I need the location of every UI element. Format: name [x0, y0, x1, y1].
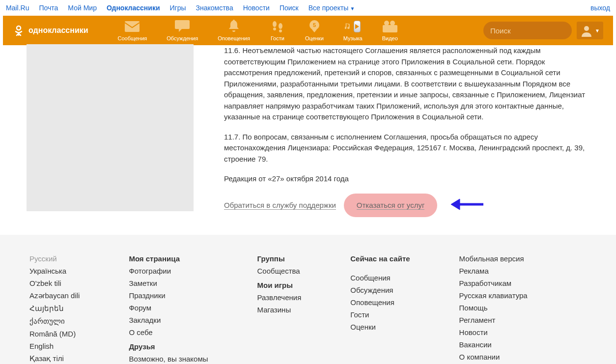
footer-link[interactable]: Вакансии: [459, 340, 528, 349]
footer-link[interactable]: Форум: [129, 304, 208, 312]
nav-discussions[interactable]: Обсуждения: [167, 20, 198, 41]
footer-col-mypage: Моя страница Фотографии Заметки Праздник…: [129, 254, 208, 363]
lang-uzbek[interactable]: O'zbek tili: [29, 279, 80, 287]
footer-link[interactable]: Праздники: [129, 291, 208, 300]
lang-georgian[interactable]: ქართული: [29, 317, 80, 326]
svg-rect-10: [383, 25, 397, 32]
ok-logo-icon: [13, 25, 25, 36]
logo[interactable]: одноклассники: [13, 25, 88, 36]
topbar-link-mailru[interactable]: Mail.Ru: [6, 4, 29, 12]
footer-link[interactable]: Магазины: [257, 306, 302, 314]
svg-rect-1: [125, 21, 140, 32]
envelope-icon: [124, 20, 140, 33]
footer-link[interactable]: Развлечения: [257, 293, 302, 302]
topbar-link-ok[interactable]: Одноклассники: [107, 4, 160, 12]
nav-label: Музыка: [343, 35, 363, 41]
nav-ratings[interactable]: 5 Оценки: [305, 20, 324, 41]
lang-azerbaijani[interactable]: Azərbaycan dili: [29, 291, 80, 300]
nav-label: Оповещения: [218, 35, 250, 41]
video-icon: [382, 20, 398, 33]
footer-link[interactable]: Регламент: [459, 316, 528, 324]
footer-link[interactable]: Новости: [459, 328, 528, 336]
search-box[interactable]: [483, 22, 572, 39]
topbar-link-games[interactable]: Игры: [170, 4, 186, 12]
footer-col-groups: Группы Сообщества Мои игры Развлечения М…: [257, 254, 302, 363]
header-right: ▼: [483, 22, 603, 39]
footer-link[interactable]: Гости: [350, 310, 410, 319]
agreement-revision-date: Редакция от «27» октября 2014 года: [224, 173, 593, 185]
arrow-left-icon: [450, 197, 484, 213]
topbar-link-mymir[interactable]: Мой Мир: [68, 4, 97, 12]
svg-point-9: [390, 21, 395, 26]
footer-link[interactable]: Помощь: [459, 304, 528, 312]
lang-kazakh[interactable]: Қазақ тілі: [29, 354, 80, 363]
nav-icons: Сообщения Обсуждения Оповещения Гости 5 …: [118, 20, 398, 41]
agreement-para-11-7: 11.7. По вопросам, связанным с исполнени…: [224, 132, 593, 165]
lang-armenian[interactable]: Հայերեն: [29, 304, 80, 313]
music-icon: [345, 20, 361, 33]
topbar-link-news[interactable]: Новости: [243, 4, 270, 12]
rating-icon: 5: [307, 20, 322, 33]
nav-label: Гости: [271, 35, 284, 41]
lang-russian[interactable]: Русский: [29, 254, 80, 263]
footer-col-now-online: Сейчас на сайте Сообщения Обсуждения Опо…: [350, 254, 410, 363]
footer-col-languages: Русский Українська O'zbek tili Azərbayca…: [29, 254, 80, 363]
svg-point-8: [384, 21, 389, 26]
play-icon: [354, 21, 361, 32]
lang-romanian[interactable]: Română (MD): [29, 330, 80, 338]
svg-text:5: 5: [313, 22, 316, 28]
nav-messages[interactable]: Сообщения: [118, 20, 147, 41]
nav-label: Сообщения: [118, 35, 147, 41]
svg-point-4: [279, 23, 282, 29]
sidebar-left: [3, 44, 209, 217]
speech-bubble-icon: [174, 20, 190, 33]
footer-link[interactable]: Сообщения: [350, 274, 410, 282]
nav-label: Обсуждения: [167, 35, 198, 41]
footer-heading: Группы: [257, 254, 302, 263]
topbar: Mail.Ru Почта Мой Мир Одноклассники Игры…: [0, 0, 616, 16]
nav-video[interactable]: Видео: [382, 20, 398, 41]
chevron-down-icon: ▼: [350, 6, 355, 11]
footer-link[interactable]: Заметки: [129, 279, 208, 287]
footer-link[interactable]: Разработчикам: [459, 279, 528, 287]
footer-heading: Друзья: [129, 342, 208, 351]
topbar-link-allprojects[interactable]: Все проекты▼: [308, 4, 355, 12]
footer: Русский Українська O'zbek tili Azərbayca…: [0, 235, 616, 364]
topbar-right: выход: [590, 4, 610, 12]
topbar-link-dating[interactable]: Знакомства: [196, 4, 233, 12]
footer-link[interactable]: Оценки: [350, 323, 410, 331]
refuse-link[interactable]: Отказаться от услуг: [357, 201, 425, 210]
support-link[interactable]: Обратиться в службу поддержки: [224, 201, 336, 210]
header: одноклассники Сообщения Обсуждения Опове…: [3, 16, 613, 45]
footer-link[interactable]: О компании: [459, 353, 528, 361]
logout-link[interactable]: выход: [590, 4, 610, 12]
footer-heading: Мои игры: [257, 281, 302, 289]
main: 11.6. Неотъемлемой частью настоящего Сог…: [3, 45, 613, 217]
footer-link[interactable]: Реклама: [459, 267, 528, 275]
footer-link[interactable]: Оповещения: [350, 298, 410, 307]
nav-notifications[interactable]: Оповещения: [218, 20, 250, 41]
lang-english[interactable]: English: [29, 342, 80, 350]
placeholder-block: [27, 44, 194, 211]
topbar-link-search[interactable]: Поиск: [280, 4, 299, 12]
footer-link[interactable]: Фотографии: [129, 267, 208, 275]
topbar-link-mail[interactable]: Почта: [39, 4, 58, 12]
nav-music[interactable]: Музыка: [343, 20, 363, 41]
footer-link[interactable]: Мобильная версия: [459, 254, 528, 263]
footer-link[interactable]: Сообщества: [257, 267, 302, 275]
avatar-icon: [580, 24, 593, 37]
nav-guests[interactable]: Гости: [270, 20, 285, 41]
footer-link[interactable]: Возможно, вы знакомы: [129, 355, 208, 363]
avatar-menu[interactable]: ▼: [577, 22, 603, 39]
svg-point-13: [584, 26, 589, 31]
search-input[interactable]: [490, 27, 584, 35]
footer-heading: Сейчас на сайте: [350, 254, 410, 263]
footer-link[interactable]: Закладки: [129, 316, 208, 324]
footprints-icon: [270, 20, 285, 33]
content: 11.6. Неотъемлемой частью настоящего Сог…: [209, 45, 613, 217]
footer-link[interactable]: Обсуждения: [350, 286, 410, 294]
footer-link[interactable]: О себе: [129, 328, 208, 336]
lang-ukrainian[interactable]: Українська: [29, 267, 80, 275]
footer-link[interactable]: Русская клавиатура: [459, 291, 528, 300]
svg-point-5: [279, 29, 282, 32]
